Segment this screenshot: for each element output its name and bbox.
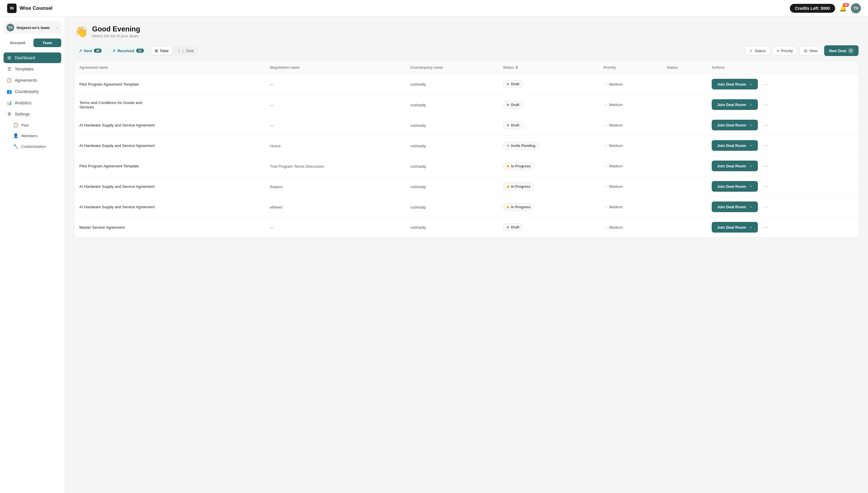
table-row: Master Service Agreement --- subhadip Dr… — [75, 217, 859, 237]
join-deal-room-button[interactable]: Join Deal Room → — [712, 79, 758, 89]
sidebar-sub-label: Plan — [21, 123, 29, 127]
avatar[interactable]: TH — [851, 3, 861, 13]
sidebar-item-label: Counterparty — [15, 89, 39, 94]
join-deal-room-button[interactable]: Join Deal Room → — [712, 222, 758, 233]
received-filter-button[interactable]: ↗ Received 31 — [108, 46, 148, 56]
more-options-button[interactable]: ··· — [761, 223, 771, 232]
status-badge: In Progress — [503, 163, 534, 170]
sidebar-item-dashboard[interactable]: ⊞ Dashboard — [4, 52, 61, 63]
sort-icon: ⇅ — [515, 65, 518, 70]
table-body: Pilot Program Agreement Template --- sub… — [75, 74, 859, 238]
dashboard-icon: ⊞ — [6, 55, 12, 60]
sidebar-item-customization[interactable]: 🔧 Customization — [4, 141, 61, 151]
th-status: Status ⇅ — [498, 61, 599, 74]
join-deal-room-button[interactable]: Join Deal Room → — [712, 120, 758, 130]
deals-table: Agreement name Negotiation name Counterp… — [75, 61, 859, 237]
join-arrow-icon: → — [748, 225, 753, 230]
counterparty-icon: 👥 — [6, 89, 12, 94]
sidebar-item-analytics[interactable]: 📊 Analytics — [4, 98, 61, 108]
plan-icon: 📋 — [13, 122, 18, 128]
more-options-button[interactable]: ··· — [761, 162, 771, 170]
more-options-button[interactable]: ··· — [761, 80, 771, 89]
view-toggle: ⊞ Table ⋮⋮ Grid — [151, 46, 198, 56]
priority-cell: → Medium — [603, 144, 658, 148]
sent-label: Sent — [84, 49, 92, 53]
deal-negotiation-name: --- — [270, 225, 274, 230]
deal-negotiation-name: --- — [270, 123, 274, 128]
priority-cell: → Medium — [603, 103, 658, 107]
join-deal-room-button[interactable]: Join Deal Room → — [712, 201, 758, 212]
th-status2: Status — [662, 61, 707, 74]
team-switcher[interactable]: TH thejasvi-es's team ⌄ — [4, 21, 61, 34]
view-label: View — [809, 49, 817, 53]
priority-cell: → Medium — [603, 82, 658, 87]
grid-icon: ⋮⋮ — [177, 49, 185, 53]
join-deal-room-button[interactable]: Join Deal Room → — [712, 181, 758, 192]
table-view-button[interactable]: ⊞ Table — [151, 47, 172, 55]
status-badge: Draft — [503, 223, 523, 231]
more-options-button[interactable]: ··· — [761, 101, 771, 109]
join-deal-room-button[interactable]: Join Deal Room → — [712, 99, 758, 110]
status-badge: In Progress — [503, 183, 534, 191]
deal-counterparty-name: subhadip — [410, 103, 426, 107]
status-dot-icon — [507, 83, 509, 85]
greeting-title: Good Evening — [92, 25, 140, 33]
team-avatar: TH — [6, 24, 14, 31]
deal-negotiation-name: thejasvi — [270, 185, 283, 189]
plus-circle-icon: + — [848, 48, 854, 53]
status-dot-icon — [507, 124, 509, 127]
th-actions: Actions — [707, 61, 859, 74]
main-content: 👋 Good Evening Here's the list of your d… — [65, 17, 868, 493]
deal-agreement-name: Master Service Agreement — [79, 225, 156, 230]
more-options-button[interactable]: ··· — [761, 182, 771, 191]
th-priority: Priority — [599, 61, 662, 74]
sidebar-sub-label: Customization — [21, 144, 46, 149]
more-options-button[interactable]: ··· — [761, 121, 771, 129]
status-badge: Invite Pending — [503, 142, 539, 150]
sidebar-item-members[interactable]: 👤 Members — [4, 131, 61, 141]
credits-button[interactable]: Credits Left: 5000 — [790, 4, 835, 13]
sidebar-item-agreements[interactable]: 📋 Agreements — [4, 75, 61, 86]
sidebar-item-label: Analytics — [15, 101, 31, 105]
arrow-right-icon: → — [603, 123, 608, 127]
more-options-button[interactable]: ··· — [761, 141, 771, 150]
sidebar-item-plan[interactable]: 📋 Plan — [4, 120, 61, 130]
customization-icon: 🔧 — [13, 144, 18, 149]
sidebar-item-label: Settings — [15, 112, 30, 116]
status-filter-button[interactable]: ✓ Status — [745, 46, 770, 56]
sent-filter-button[interactable]: ↗ Sent 28 — [75, 46, 106, 56]
sidebar-item-counterparty[interactable]: 👥 Counterparty — [4, 86, 61, 97]
tab-account[interactable]: Account — [4, 39, 32, 47]
action-right: ✓ Status ≡ Priority ⊟ View New Deal + — [745, 45, 859, 56]
status-badge: Draft — [503, 80, 523, 88]
view-filter-button[interactable]: ⊟ View — [800, 46, 822, 56]
new-deal-button[interactable]: New Deal + — [824, 45, 859, 56]
grid-label: Grid — [186, 49, 193, 53]
table-row: AI Hardware Supply and Service Agreement… — [75, 197, 859, 217]
status-dot-icon — [507, 206, 509, 208]
join-arrow-icon: → — [748, 184, 753, 189]
notification-badge: 30 — [843, 3, 849, 7]
sidebar-item-templates[interactable]: ☰ Templates — [4, 64, 61, 74]
sidebar-sub-label: Members — [21, 134, 37, 138]
deal-agreement-name: AI Hardware Supply and Service Agreement — [79, 123, 156, 127]
wave-emoji: 👋 — [75, 25, 88, 38]
grid-view-button[interactable]: ⋮⋮ Grid — [174, 47, 197, 55]
greeting-subtitle: Here's the list of your deals — [92, 34, 140, 38]
priority-cell: → Medium — [603, 184, 658, 189]
received-arrow-icon: ↗ — [112, 49, 115, 53]
arrow-right-icon: → — [603, 164, 608, 168]
more-options-button[interactable]: ··· — [761, 202, 771, 211]
join-deal-room-button[interactable]: Join Deal Room → — [712, 140, 758, 151]
join-deal-room-button[interactable]: Join Deal Room → — [712, 160, 758, 171]
tab-team[interactable]: Team — [33, 39, 62, 47]
priority-filter-button[interactable]: ≡ Priority — [772, 46, 797, 56]
table-icon: ⊞ — [155, 49, 158, 53]
notifications-button[interactable]: 🔔 30 — [839, 5, 847, 12]
app-title: Wise Counsel — [20, 5, 52, 11]
top-navigation: IN Wise Counsel Credits Left: 5000 🔔 30 … — [0, 0, 868, 17]
sidebar-item-settings[interactable]: ⚙ Settings — [4, 109, 61, 120]
deal-negotiation-name: --- — [270, 82, 274, 87]
status-dot-icon — [507, 186, 509, 188]
agreements-icon: 📋 — [6, 78, 12, 83]
